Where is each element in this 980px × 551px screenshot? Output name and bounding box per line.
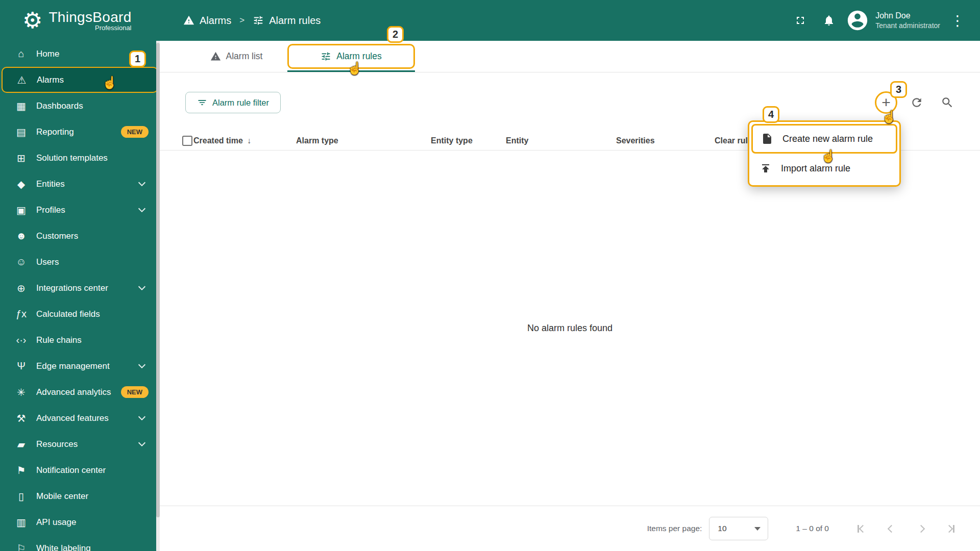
breadcrumb-alarms[interactable]: Alarms <box>183 15 231 27</box>
filter-list-icon <box>197 97 207 108</box>
column-alarm-type[interactable]: Alarm type <box>296 136 431 145</box>
last-page-button[interactable] <box>943 521 958 536</box>
main-content: Alarm list Alarm rules Alarm rule filter… <box>160 41 980 551</box>
chevron-down-icon <box>138 361 145 368</box>
sidebar-item-notification-center[interactable]: ⚑ Notification center <box>0 457 160 483</box>
account-circle-icon <box>846 9 869 32</box>
sidebar-item-label: Resources <box>36 439 131 449</box>
sidebar-item-api-usage[interactable]: ▥ API usage <box>0 509 160 535</box>
next-page-button[interactable] <box>914 521 928 536</box>
pagination-range: 1 – 0 of 0 <box>796 524 829 533</box>
analytics-icon: ✳ <box>14 386 28 398</box>
sidebar-item-customers[interactable]: ☻ Customers <box>0 223 160 249</box>
sidebar-item-advanced-analytics[interactable]: ✳ Advanced analytics NEW <box>0 379 160 405</box>
reporting-icon: ▤ <box>14 126 28 138</box>
sidebar-item-calculated-fields[interactable]: ƒx Calculated fields <box>0 301 160 327</box>
brand-logo[interactable]: ⚙ ThingsBoard Professional <box>0 9 160 32</box>
alarm-icon: ⚠ <box>15 74 29 86</box>
hand-cursor-icon: ☝ <box>821 150 836 162</box>
sidebar-item-white-labeling[interactable]: ⚐ White labeling <box>0 535 160 551</box>
more-options-button[interactable]: ⋮ <box>948 8 967 33</box>
column-created-time[interactable]: Created time ↓ <box>193 136 296 145</box>
sidebar-item-label: Entities <box>36 179 131 189</box>
dropdown-arrow-icon <box>754 527 761 531</box>
sidebar-item-label: White labeling <box>36 543 149 551</box>
breadcrumb: Alarms > Alarm rules <box>183 15 321 27</box>
breadcrumb-separator: > <box>239 15 244 26</box>
upload-icon <box>760 162 772 174</box>
tab-alarm-list[interactable]: Alarm list <box>185 41 287 72</box>
tools-icon: ⚒ <box>14 412 28 424</box>
search-button[interactable] <box>936 91 959 114</box>
user-avatar[interactable] <box>845 8 870 33</box>
folder-icon: ▰ <box>14 438 28 450</box>
mobile-icon: ▯ <box>14 490 28 503</box>
sidebar-item-label: Advanced features <box>36 413 131 423</box>
refresh-button[interactable] <box>905 91 928 114</box>
sidebar-item-label: Integrations center <box>36 283 131 293</box>
kebab-icon: ⋮ <box>950 12 965 29</box>
brand-name: ThingsBoard <box>48 9 131 26</box>
flag-icon: ⚑ <box>14 464 28 477</box>
sidebar-item-edge-management[interactable]: Ψ Edge management <box>0 353 160 379</box>
edge-icon: Ψ <box>14 360 28 372</box>
breadcrumb-label: Alarm rules <box>269 15 321 27</box>
chevron-down-icon <box>138 439 145 446</box>
filter-button-label: Alarm rule filter <box>212 98 269 108</box>
sidebar-item-users[interactable]: ☺ Users <box>0 249 160 275</box>
select-all-checkbox[interactable] <box>182 136 192 146</box>
user-role: Tenant administrator <box>875 21 940 30</box>
column-entity-type[interactable]: Entity type <box>431 136 506 145</box>
sidebar-item-mobile-center[interactable]: ▯ Mobile center <box>0 483 160 509</box>
sidebar-item-advanced-features[interactable]: ⚒ Advanced features <box>0 405 160 431</box>
tab-label: Alarm list <box>226 51 263 62</box>
alarm-rule-filter-button[interactable]: Alarm rule filter <box>185 92 281 113</box>
sidebar-item-resources[interactable]: ▰ Resources <box>0 431 160 457</box>
profiles-icon: ▣ <box>14 204 28 216</box>
header-actions: John Doe Tenant administrator ⋮ <box>788 8 980 33</box>
sidebar-item-entities[interactable]: ◆ Entities <box>0 171 160 197</box>
annotation-badge-2: 2 <box>387 26 404 43</box>
sort-desc-icon: ↓ <box>247 136 251 145</box>
file-icon <box>761 133 773 145</box>
table-body: No alarm rules found <box>160 151 980 506</box>
sidebar-item-label: API usage <box>36 517 149 528</box>
user-name: John Doe <box>875 11 940 20</box>
first-page-button[interactable] <box>854 521 869 536</box>
sidebar-item-profiles[interactable]: ▣ Profiles <box>0 197 160 223</box>
sidebar-item-label: Rule chains <box>36 335 149 345</box>
sidebar-item-solution-templates[interactable]: ⊞ Solution templates <box>0 145 160 171</box>
new-badge: NEW <box>121 126 149 138</box>
pagination-controls <box>854 521 958 536</box>
sidebar-item-rule-chains[interactable]: ‹·› Rule chains <box>0 327 160 353</box>
sidebar-item-reporting[interactable]: ▤ Reporting NEW <box>0 119 160 145</box>
warning-icon <box>183 15 194 26</box>
breadcrumb-alarm-rules[interactable]: Alarm rules <box>253 15 321 27</box>
app-header: ⚙ ThingsBoard Professional Alarms > Alar… <box>0 0 980 41</box>
white-flag-icon: ⚐ <box>14 542 28 551</box>
previous-page-button[interactable] <box>884 521 898 536</box>
menu-item-label: Create new alarm rule <box>782 134 873 144</box>
column-severities[interactable]: Severities <box>616 136 715 145</box>
sidebar-item-alarms[interactable]: ⚠ Alarms <box>2 67 158 93</box>
pagination-bar: Items per page: 10 1 – 0 of 0 <box>160 506 980 551</box>
column-entity[interactable]: Entity <box>506 136 616 145</box>
sidebar-item-integrations-center[interactable]: ⊕ Integrations center <box>0 275 160 301</box>
column-label: Created time <box>193 136 243 145</box>
sidebar-item-label: Users <box>36 257 149 267</box>
sidebar-scrollbar-thumb[interactable] <box>156 43 160 517</box>
sidebar-item-dashboards[interactable]: ▦ Dashboards <box>0 93 160 119</box>
warning-icon <box>210 51 221 62</box>
sidebar-item-label: Mobile center <box>36 491 149 502</box>
chevron-left-icon <box>887 524 895 533</box>
items-per-page-select[interactable]: 10 <box>709 517 768 540</box>
notifications-button[interactable] <box>816 8 842 33</box>
tune-icon <box>321 51 331 62</box>
chevron-right-icon <box>945 524 953 533</box>
annotation-badge-4: 4 <box>763 106 779 123</box>
user-info: John Doe Tenant administrator <box>875 11 940 30</box>
sidebar-item-label: Dashboards <box>36 101 149 111</box>
fullscreen-button[interactable] <box>788 8 813 33</box>
new-badge: NEW <box>121 386 149 398</box>
sidebar-item-label: Edge management <box>36 361 131 371</box>
